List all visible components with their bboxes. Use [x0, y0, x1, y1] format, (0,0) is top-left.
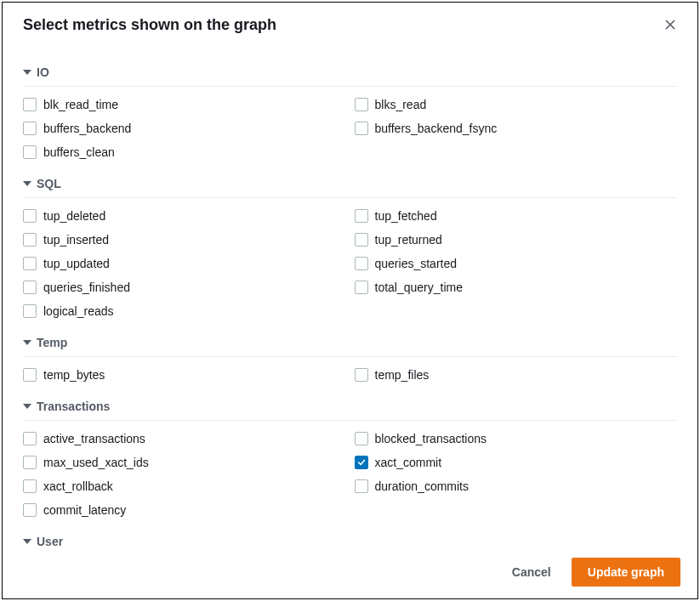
- metrics-grid-temp: temp_bytestemp_files: [23, 366, 677, 386]
- metric-item-max-used-xact-ids[interactable]: max_used_xact_ids: [23, 453, 346, 472]
- metric-item-tup-returned[interactable]: tup_returned: [355, 230, 678, 249]
- metric-item-tup-deleted[interactable]: tup_deleted: [23, 207, 346, 225]
- checkbox[interactable]: [355, 122, 368, 135]
- metric-label: tup_updated: [43, 257, 110, 270]
- checkbox[interactable]: [23, 257, 37, 270]
- metric-item-tup-updated[interactable]: tup_updated: [23, 254, 346, 273]
- modal-footer: Cancel Update graph: [3, 546, 697, 598]
- metric-item-logical-reads[interactable]: logical_reads: [23, 302, 346, 320]
- metric-label: queries_started: [375, 257, 458, 270]
- metric-label: blks_read: [375, 98, 427, 111]
- section-title: User: [37, 535, 63, 546]
- checkbox[interactable]: [355, 432, 368, 445]
- modal-dialog: Select metrics shown on the graph IOblk_…: [2, 2, 698, 599]
- metric-item-commit-latency[interactable]: commit_latency: [23, 501, 346, 519]
- metric-item-temp-bytes[interactable]: temp_bytes: [23, 366, 346, 384]
- metric-label: logical_reads: [43, 304, 114, 318]
- metric-label: temp_bytes: [43, 368, 105, 382]
- section-title: Transactions: [37, 400, 110, 413]
- modal-header: Select metrics shown on the graph: [3, 3, 697, 43]
- caret-down-icon: [23, 340, 31, 345]
- metric-item-temp-files[interactable]: temp_files: [355, 366, 678, 384]
- metric-label: tup_fetched: [375, 209, 437, 223]
- section-header-user[interactable]: User: [23, 521, 677, 546]
- checkbox[interactable]: [355, 456, 368, 469]
- modal-body-wrap: IOblk_read_timeblks_readbuffers_backendb…: [3, 43, 697, 546]
- checkbox[interactable]: [23, 368, 37, 382]
- metric-item-buffers-backend[interactable]: buffers_backend: [23, 119, 346, 138]
- metric-label: active_transactions: [43, 432, 145, 445]
- metric-item-queries-started[interactable]: queries_started: [355, 254, 678, 273]
- metric-label: buffers_backend: [43, 122, 131, 135]
- caret-down-icon: [23, 404, 31, 409]
- metric-item-tup-inserted[interactable]: tup_inserted: [23, 230, 346, 249]
- section-header-io[interactable]: IO: [23, 52, 677, 87]
- metric-label: queries_finished: [43, 281, 130, 294]
- metric-label: blk_read_time: [43, 98, 118, 111]
- metric-label: commit_latency: [43, 503, 126, 517]
- metric-item-blocked-transactions[interactable]: blocked_transactions: [355, 429, 678, 448]
- cancel-button[interactable]: Cancel: [502, 558, 561, 586]
- checkbox[interactable]: [23, 456, 37, 469]
- sections-list: IOblk_read_timeblks_readbuffers_backendb…: [23, 52, 677, 546]
- checkbox[interactable]: [355, 281, 368, 294]
- metric-item-blks-read[interactable]: blks_read: [355, 95, 678, 114]
- metric-label: tup_returned: [375, 233, 442, 247]
- metric-item-duration-commits[interactable]: duration_commits: [355, 477, 678, 496]
- checkbox[interactable]: [23, 122, 37, 135]
- checkbox[interactable]: [23, 233, 37, 247]
- metric-item-xact-commit[interactable]: xact_commit: [355, 453, 678, 472]
- metric-label: total_query_time: [375, 281, 464, 294]
- close-icon: [663, 21, 677, 34]
- modal-title: Select metrics shown on the graph: [23, 16, 276, 34]
- checkbox[interactable]: [23, 145, 37, 159]
- checkbox[interactable]: [355, 257, 368, 270]
- metrics-grid-sql: tup_deletedtup_fetchedtup_insertedtup_re…: [23, 207, 677, 322]
- section-header-transactions[interactable]: Transactions: [23, 386, 677, 421]
- metric-label: buffers_backend_fsync: [375, 122, 498, 135]
- metric-item-active-transactions[interactable]: active_transactions: [23, 429, 346, 448]
- caret-down-icon: [23, 539, 31, 544]
- metric-label: tup_deleted: [43, 209, 105, 223]
- metric-label: max_used_xact_ids: [43, 456, 149, 469]
- caret-down-icon: [23, 70, 31, 75]
- metric-label: duration_commits: [375, 479, 470, 493]
- metric-item-tup-fetched[interactable]: tup_fetched: [355, 207, 678, 225]
- checkbox[interactable]: [355, 98, 368, 111]
- checkbox[interactable]: [23, 304, 37, 318]
- metric-label: blocked_transactions: [375, 432, 487, 445]
- caret-down-icon: [23, 181, 31, 186]
- section-header-temp[interactable]: Temp: [23, 322, 677, 357]
- checkbox[interactable]: [23, 209, 37, 223]
- section-title: IO: [37, 65, 49, 79]
- metric-label: xact_commit: [375, 456, 442, 469]
- metric-item-buffers-backend-fsync[interactable]: buffers_backend_fsync: [355, 119, 678, 138]
- close-button[interactable]: [660, 14, 680, 35]
- checkbox[interactable]: [23, 432, 37, 445]
- section-header-sql[interactable]: SQL: [23, 163, 677, 198]
- metric-item-blk-read-time[interactable]: blk_read_time: [23, 95, 346, 114]
- modal-body[interactable]: IOblk_read_timeblks_readbuffers_backendb…: [3, 43, 697, 546]
- metric-item-buffers-clean[interactable]: buffers_clean: [23, 143, 346, 162]
- metric-item-queries-finished[interactable]: queries_finished: [23, 278, 346, 297]
- checkbox[interactable]: [23, 503, 37, 517]
- metrics-grid-io: blk_read_timeblks_readbuffers_backendbuf…: [23, 95, 677, 163]
- section-title: Temp: [37, 336, 67, 349]
- section-title: SQL: [37, 177, 61, 190]
- checkbox[interactable]: [355, 368, 368, 382]
- checkbox[interactable]: [23, 281, 37, 294]
- metric-item-total-query-time[interactable]: total_query_time: [355, 278, 678, 297]
- metric-label: buffers_clean: [43, 145, 115, 159]
- metric-label: tup_inserted: [43, 233, 109, 247]
- scroll-spacer-top: [23, 43, 677, 52]
- update-graph-button[interactable]: Update graph: [572, 558, 680, 587]
- checkbox[interactable]: [355, 209, 368, 223]
- checkbox[interactable]: [355, 233, 368, 247]
- checkbox[interactable]: [355, 479, 368, 493]
- metric-item-xact-rollback[interactable]: xact_rollback: [23, 477, 346, 496]
- metric-label: xact_rollback: [43, 479, 113, 493]
- checkbox[interactable]: [23, 98, 37, 111]
- metrics-grid-transactions: active_transactionsblocked_transactionsm…: [23, 429, 677, 521]
- checkbox[interactable]: [23, 479, 37, 493]
- metric-label: temp_files: [375, 368, 430, 382]
